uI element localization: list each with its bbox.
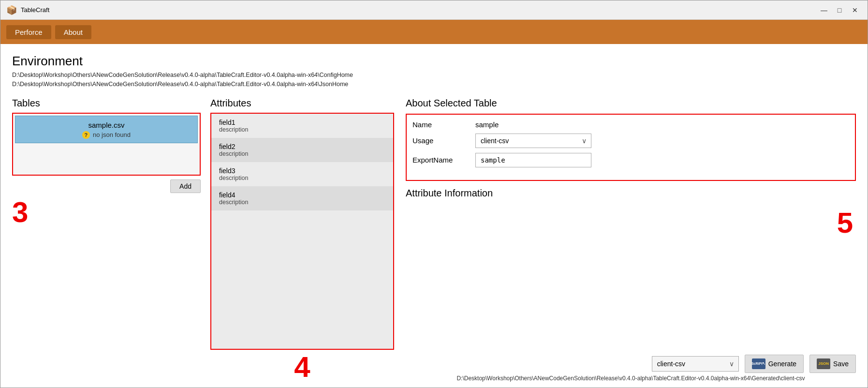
table-item-name: sample.csv (19, 121, 193, 129)
attr-item-field2[interactable]: field2 description (211, 138, 393, 162)
columns-layout: Tables sample.csv ? no json found Add 3 … (12, 98, 856, 382)
attribute-information-header: Attribute Information (406, 188, 856, 199)
export-name-input[interactable] (475, 153, 591, 167)
save-button[interactable]: JSON Save (809, 355, 856, 373)
attributes-header: Attributes (210, 98, 394, 109)
table-item-status: ? no json found (19, 131, 193, 139)
attr-name-field3: field3 (219, 167, 385, 175)
close-button[interactable]: ✕ (848, 5, 862, 15)
app-icon: 📦 (6, 5, 17, 15)
environment-path1: D:\Desktop\Workshop\Others\ANewCodeGenSo… (12, 71, 856, 80)
annotation-4: 4 (210, 353, 394, 382)
name-label: Name (412, 120, 475, 129)
environment-section: Environment D:\Desktop\Workshop\Others\A… (12, 54, 856, 89)
usage-label: Usage (412, 136, 475, 145)
title-bar-left: 📦 TableCraft (6, 5, 49, 15)
usage-select[interactable]: client-csv server-csv none (475, 134, 591, 148)
about-menu-button[interactable]: About (55, 25, 91, 39)
perforce-menu-button[interactable]: Perforce (6, 25, 51, 39)
attributes-column: Attributes field1 description field2 des… (210, 98, 394, 382)
attr-name-field2: field2 (219, 143, 385, 150)
environment-path2: D:\Desktop\Workshop\Others\ANewCodeGenSo… (12, 80, 856, 89)
annotation-5: 5 (837, 206, 853, 239)
save-label: Save (833, 360, 849, 368)
table-item[interactable]: sample.csv ? no json found (15, 116, 198, 143)
minimize-button[interactable]: — (817, 5, 831, 15)
tables-list: sample.csv ? no json found (12, 113, 201, 176)
menu-bar: Perforce About (0, 20, 868, 44)
attributes-list: field1 description field2 description fi… (210, 113, 394, 350)
attr-desc-field3: description (219, 175, 385, 181)
add-button[interactable]: Add (170, 179, 201, 193)
name-value: sample (475, 120, 499, 129)
attr-item-field3[interactable]: field3 description (211, 162, 393, 186)
bottom-bar: client-csv server-csv none ∨ ScRiPt↖ Gen… (406, 351, 856, 373)
attr-item-field1[interactable]: field1 description (211, 114, 393, 138)
annotation-3: 3 (12, 198, 201, 227)
attr-item-field4[interactable]: field4 description (211, 186, 393, 210)
generate-button[interactable]: ScRiPt↖ Generate (745, 355, 804, 373)
bottom-type-select[interactable]: client-csv server-csv none (652, 356, 739, 372)
add-btn-row: Add (12, 179, 201, 193)
tables-header: Tables (12, 98, 201, 109)
title-bar-controls: — □ ✕ (817, 5, 862, 15)
attr-name-field1: field1 (219, 119, 385, 126)
attr-desc-field4: description (219, 199, 385, 206)
attr-desc-field2: description (219, 150, 385, 157)
generate-label: Generate (768, 360, 796, 368)
json-icon: JSON (817, 358, 830, 369)
bottom-path: D:\Desktop\Workshop\Others\ANewCodeGenSo… (406, 375, 856, 382)
script-icon: ScRiPt↖ (752, 358, 765, 369)
usage-select-wrapper: client-csv server-csv none ∨ (475, 134, 591, 148)
name-row: Name sample (412, 120, 847, 129)
app-title: TableCraft (21, 6, 49, 14)
attr-desc-field1: description (219, 126, 385, 133)
attr-name-field4: field4 (219, 191, 385, 199)
export-name-label: ExportName (412, 156, 475, 164)
warning-icon: ? (82, 131, 90, 139)
environment-title: Environment (12, 54, 856, 69)
export-name-row: ExportName (412, 153, 847, 167)
usage-row: Usage client-csv server-csv none ∨ (412, 134, 847, 148)
bottom-select-wrapper: client-csv server-csv none ∨ (652, 356, 739, 372)
about-column: About Selected Table Name sample Usage c… (406, 98, 856, 382)
table-item-status-text: no json found (93, 131, 131, 138)
title-bar: 📦 TableCraft — □ ✕ (0, 0, 868, 20)
about-table-box: Name sample Usage client-csv server-csv … (406, 114, 856, 181)
bottom-section: client-csv server-csv none ∨ ScRiPt↖ Gen… (406, 351, 856, 382)
main-content: Environment D:\Desktop\Workshop\Others\A… (0, 44, 868, 388)
about-selected-table-header: About Selected Table (406, 98, 856, 109)
tables-column: Tables sample.csv ? no json found Add 3 (12, 98, 201, 382)
maximize-button[interactable]: □ (833, 5, 846, 15)
